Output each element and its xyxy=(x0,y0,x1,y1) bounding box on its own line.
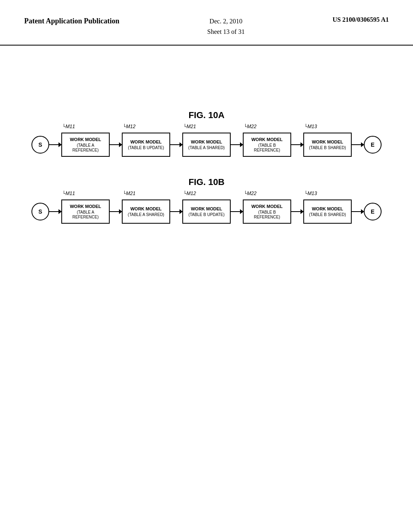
fig10b-arrow-6 xyxy=(352,211,364,212)
fig10a-arrow-1 xyxy=(49,144,61,145)
fig10a-m21-ref: └M21 xyxy=(183,124,196,129)
fig10b-m22-box: WORK MODEL (TABLE B REFERENCE) xyxy=(243,200,291,224)
fig10b-m22-wrapper: └M22 WORK MODEL (TABLE B REFERENCE) xyxy=(243,200,291,224)
fig10b-m21-wrapper: └M21 WORK MODEL (TABLE A SHARED) xyxy=(122,200,170,224)
figure-10a-section: FIG. 10A S └M11 WORK MODEL (TABLE A REFE… xyxy=(32,110,381,157)
header-center: Dec. 2, 2010 Sheet 13 of 31 xyxy=(207,16,245,37)
fig10a-start-node: S xyxy=(31,136,49,154)
fig10a-arrow-5 xyxy=(291,144,303,145)
fig10b-diagram: S └M11 WORK MODEL (TABLE A REFERENCE) └M… xyxy=(32,200,381,224)
fig10b-m12-wrapper: └M12 WORK MODEL (TABLE B UPDATE) xyxy=(182,200,231,224)
fig10b-m12-ref: └M12 xyxy=(183,191,196,196)
publication-date: Dec. 2, 2010 xyxy=(209,18,242,25)
fig10a-m11-wrapper: └M11 WORK MODEL (TABLE A REFERENCE) xyxy=(61,133,110,157)
fig10b-arrow-5 xyxy=(291,211,303,212)
page-header: Patent Application Publication Dec. 2, 2… xyxy=(0,0,413,46)
fig10b-arrow-2 xyxy=(110,211,122,212)
fig10a-m13-wrapper: └M13 WORK MODEL (TABLE B SHARED) xyxy=(303,133,352,157)
fig10b-arrow-1 xyxy=(49,211,61,212)
fig10a-m21-wrapper: └M21 WORK MODEL (TABLE A SHARED) xyxy=(182,133,231,157)
fig10b-m11-wrapper: └M11 WORK MODEL (TABLE A REFERENCE) xyxy=(61,200,110,224)
fig10b-m11-ref: └M11 xyxy=(62,191,75,196)
fig10b-m13-ref: └M13 xyxy=(304,191,317,196)
fig10b-start-node: S xyxy=(31,203,49,220)
fig10a-arrow-3 xyxy=(170,144,182,145)
fig10b-arrow-4 xyxy=(231,211,243,212)
fig10a-m12-ref: └M12 xyxy=(123,124,136,129)
fig10a-arrow-4 xyxy=(231,144,243,145)
fig10a-m12-box: WORK MODEL (TABLE B UPDATE) xyxy=(122,133,170,157)
fig10b-m11-box: WORK MODEL (TABLE A REFERENCE) xyxy=(61,200,110,224)
fig10b-end-node: E xyxy=(364,203,382,220)
fig10a-m13-box: WORK MODEL (TABLE B SHARED) xyxy=(303,133,352,157)
publication-title: Patent Application Publication xyxy=(24,16,119,26)
fig10a-m22-ref: └M22 xyxy=(244,124,257,129)
fig10a-m21-box: WORK MODEL (TABLE A SHARED) xyxy=(182,133,231,157)
figure-10b-section: FIG. 10B S └M11 WORK MODEL (TABLE A REFE… xyxy=(32,177,381,224)
fig10b-m22-ref: └M22 xyxy=(244,191,257,196)
fig10b-title: FIG. 10B xyxy=(32,177,381,187)
fig10a-arrow-2 xyxy=(110,144,122,145)
fig10a-diagram: S └M11 WORK MODEL (TABLE A REFERENCE) └M… xyxy=(32,133,381,157)
fig10a-m22-box: WORK MODEL (TABLE B REFERENCE) xyxy=(243,133,291,157)
fig10a-m22-wrapper: └M22 WORK MODEL (TABLE B REFERENCE) xyxy=(243,133,291,157)
fig10a-m12-wrapper: └M12 WORK MODEL (TABLE B UPDATE) xyxy=(122,133,170,157)
fig10a-title: FIG. 10A xyxy=(32,110,381,121)
fig10a-end-node: E xyxy=(364,136,382,154)
page-content: FIG. 10A S └M11 WORK MODEL (TABLE A REFE… xyxy=(0,46,413,248)
fig10b-m21-ref: └M21 xyxy=(123,191,136,196)
fig10b-m13-wrapper: └M13 WORK MODEL (TABLE B SHARED) xyxy=(303,200,352,224)
sheet-number: Sheet 13 of 31 xyxy=(207,28,245,35)
fig10b-arrow-3 xyxy=(170,211,182,212)
fig10b-m21-box: WORK MODEL (TABLE A SHARED) xyxy=(122,200,170,224)
patent-number: US 2100/0306595 A1 xyxy=(332,16,389,23)
fig10b-m12-box: WORK MODEL (TABLE B UPDATE) xyxy=(182,200,231,224)
fig10b-m13-box: WORK MODEL (TABLE B SHARED) xyxy=(303,200,352,224)
fig10a-m11-box: WORK MODEL (TABLE A REFERENCE) xyxy=(61,133,110,157)
fig10a-m11-ref: └M11 xyxy=(62,124,75,129)
fig10a-arrow-6 xyxy=(352,144,364,145)
fig10a-m13-ref: └M13 xyxy=(304,124,317,129)
